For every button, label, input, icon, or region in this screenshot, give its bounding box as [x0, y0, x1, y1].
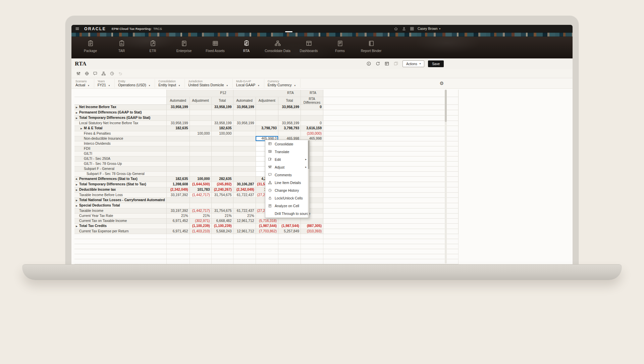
pov-currency[interactable]: Currency Entity Currency▾ — [264, 79, 301, 88]
grid-cell[interactable]: 12,961,712 — [233, 229, 256, 234]
grid-cell[interactable] — [233, 161, 256, 166]
grid-cell[interactable] — [278, 249, 301, 254]
pov-jurisdiction[interactable]: Jurisdiction United States Domicile▾ — [185, 79, 233, 88]
grid-cell[interactable]: 61,722,437 — [233, 208, 256, 213]
grid-cell[interactable]: (302,971) — [190, 218, 211, 223]
grid-cell[interactable] — [233, 171, 256, 176]
grid-cell[interactable] — [211, 259, 233, 264]
save-button[interactable]: Save — [428, 60, 444, 67]
grid-cell[interactable]: 0 — [301, 121, 323, 126]
expand-toggle-icon[interactable] — [80, 126, 84, 131]
scrollbar-thumb[interactable] — [445, 90, 447, 122]
menu-item-line-item-details[interactable]: Line Item Details — [265, 179, 309, 186]
menu-item-consolidate[interactable]: Consolidate — [265, 140, 309, 148]
grid-cell[interactable] — [166, 197, 190, 203]
grid-cell[interactable]: 33,197,392 — [166, 208, 190, 213]
grid-cell[interactable] — [211, 244, 233, 249]
row-label[interactable]: Total Tax Credits — [74, 223, 166, 229]
history-icon[interactable] — [110, 71, 115, 76]
menu-scrollbar-thumb[interactable] — [308, 141, 309, 169]
grid-cell[interactable] — [233, 151, 256, 156]
grid-cell[interactable]: 182,635 — [166, 176, 190, 182]
row-label[interactable]: Permanent Differences (Stat to Tax) — [74, 176, 166, 182]
grid-cell[interactable] — [211, 234, 233, 239]
grid-cell[interactable]: 33,958,199 — [211, 104, 233, 110]
grid-cell[interactable]: 1,398,608 — [166, 182, 190, 187]
grid-cell[interactable]: 21% — [211, 213, 233, 218]
grid-cell[interactable] — [256, 115, 278, 121]
grid-cell[interactable] — [211, 249, 233, 254]
row-label[interactable]: Net Income Before Tax — [74, 104, 166, 110]
grid-cell[interactable] — [211, 197, 233, 203]
grid-cell[interactable] — [278, 244, 301, 249]
grid-cell[interactable] — [211, 141, 233, 146]
home-icon[interactable] — [393, 26, 398, 31]
grid-cell[interactable]: (245,892) — [211, 182, 233, 187]
grid-cell[interactable] — [211, 166, 233, 171]
row-label[interactable]: FDII — [74, 146, 166, 151]
grid-cell[interactable] — [233, 197, 256, 203]
grid-cell[interactable]: (1,100,239) — [211, 223, 233, 229]
menu-item-translate[interactable]: Translate — [265, 148, 309, 155]
grid-cell[interactable] — [301, 110, 323, 115]
row-label[interactable]: Special Deductions Total — [74, 203, 166, 208]
expand-toggle-icon[interactable] — [76, 203, 79, 208]
grid-cell[interactable] — [190, 259, 211, 264]
row-label[interactable]: Subpart F - Sec 78 Gross-Up General — [74, 171, 166, 176]
actions-button[interactable]: Actions ▾ — [402, 60, 424, 67]
grid-cell[interactable]: (1,442,717) — [190, 208, 211, 213]
pov-consolidation[interactable]: Consolidation Entity Input▾ — [155, 79, 185, 88]
grid-cell[interactable] — [166, 171, 190, 176]
grid-cell[interactable] — [301, 249, 323, 254]
grid-cell[interactable] — [166, 234, 190, 239]
nav-item-report-binder[interactable]: Report Binder — [356, 37, 387, 58]
menu-item-drill-through-to-source[interactable]: Drill Through to source — [265, 210, 309, 218]
grid-cell[interactable] — [233, 126, 256, 131]
menu-item-analyze-on-cell[interactable]: Analyze on Cell — [265, 202, 309, 210]
grid-cell[interactable] — [233, 259, 256, 264]
row-label[interactable]: Current Tax on Taxable Income — [74, 218, 166, 223]
grid-cell[interactable]: (1,100,239) — [190, 223, 211, 229]
menu-item-comments[interactable]: Comments — [265, 171, 309, 179]
grid-cell[interactable] — [190, 171, 211, 176]
menu-scrollbar[interactable] — [308, 140, 309, 218]
grid-cell[interactable] — [256, 131, 278, 136]
grid-cell[interactable]: 101,783 — [190, 187, 211, 192]
grid-cell[interactable] — [278, 234, 301, 239]
grid-cell[interactable]: 3,798,793 — [278, 126, 301, 131]
grid-cell[interactable]: (100,000) — [301, 131, 323, 136]
grid-cell[interactable]: (2,240,267) — [211, 187, 233, 192]
grid-cell[interactable] — [233, 203, 256, 208]
grid-cell[interactable]: (2,342,049) — [166, 187, 190, 192]
grid-cell[interactable] — [190, 115, 211, 121]
grid-cell[interactable]: 3,616,159 — [301, 126, 323, 131]
grid-scrollbar[interactable] — [445, 90, 447, 264]
grid-cell[interactable]: 33,958,199 — [166, 121, 190, 126]
expand-toggle-icon[interactable] — [76, 110, 79, 115]
grid-cell[interactable]: (887,305) — [301, 223, 323, 229]
grid-cell[interactable] — [211, 110, 233, 115]
grid-cell[interactable] — [190, 156, 211, 161]
nav-item-rta[interactable]: RTA — [231, 37, 262, 58]
row-label[interactable]: Total Temporary Differences (GAAP to Sta… — [74, 115, 166, 121]
grid-cell[interactable] — [256, 244, 278, 249]
grid-cell[interactable] — [166, 146, 190, 151]
grid-cell[interactable] — [233, 176, 256, 182]
nav-item-enterprise[interactable]: Enterprise — [168, 37, 200, 58]
grid-cell[interactable] — [190, 203, 211, 208]
nav-item-consolidate-data[interactable]: Consolidate Data — [262, 37, 293, 58]
grid-cell[interactable] — [278, 254, 301, 259]
grid-cell[interactable] — [190, 239, 211, 244]
grid-cell[interactable] — [211, 161, 233, 166]
grid-cell[interactable] — [211, 239, 233, 244]
grid-cell[interactable] — [211, 203, 233, 208]
grid-cell[interactable]: 100,000 — [190, 131, 211, 136]
user-menu[interactable]: Casey Brown ▾ — [418, 27, 440, 31]
row-label[interactable]: Current Tax Expense per Return — [74, 229, 166, 234]
pov-years[interactable]: Years FY21▾ — [94, 79, 115, 88]
grid-cell[interactable] — [190, 166, 211, 171]
grid-cell[interactable] — [301, 244, 323, 249]
grid-cell[interactable] — [166, 166, 190, 171]
pov-multi-gaap[interactable]: Multi-GAAP Local GAAP▾ — [233, 79, 264, 88]
grid-cell[interactable]: 21% — [190, 213, 211, 218]
